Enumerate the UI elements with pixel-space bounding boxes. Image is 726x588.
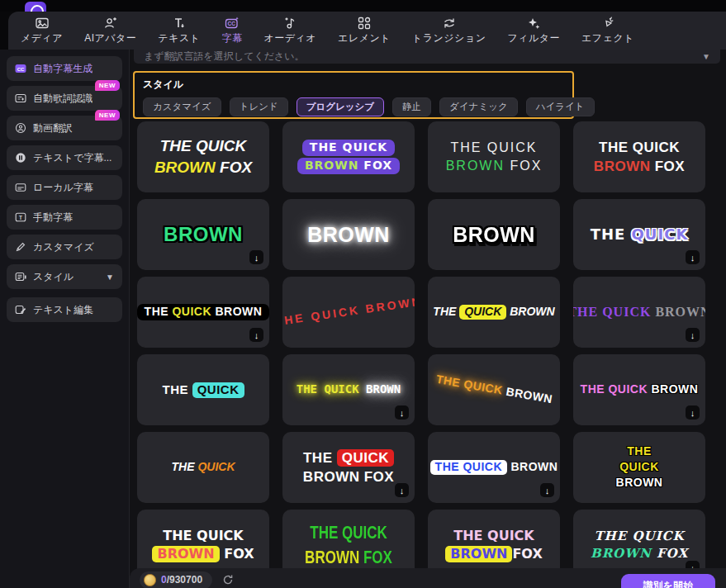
preview-line: THE QUICK [445, 528, 542, 544]
style-card[interactable]: THE QUICK↓ [573, 199, 705, 270]
style-card[interactable]: THEQUICKBROWN [573, 432, 705, 503]
download-badge[interactable]: ↓ [395, 483, 409, 497]
sidebar-item-text-to-subtitle[interactable]: テキストで字幕... [7, 145, 122, 170]
preview-segment: FOX [657, 546, 688, 561]
style-card[interactable]: THE QUICKBROWN FOX [137, 121, 269, 192]
style-chip-trend[interactable]: トレンド [230, 97, 288, 116]
style-preview-text: THEQUICKBROWN [616, 443, 663, 491]
preview-line: THE QUICK BROWN [434, 372, 553, 407]
refresh-icon[interactable] [222, 574, 234, 586]
translate-icon [15, 122, 26, 134]
preview-line: THE QUICK [591, 225, 689, 244]
style-card[interactable]: THE QUICK BROWN↓ [573, 354, 705, 425]
translation-language-select[interactable]: まず翻訳言語を選択してください。 ▼ [134, 50, 720, 64]
start-recognition-button[interactable]: 識別を開始 [621, 574, 715, 588]
manual-icon: T [15, 211, 26, 223]
sidebar-item-text-edit[interactable]: テキスト編集 [7, 297, 122, 322]
chevron-down-icon: ▼ [702, 52, 710, 61]
download-icon: ↓ [254, 253, 259, 263]
sidebar-item-style[interactable]: スタイル▼ [7, 264, 122, 289]
style-card[interactable]: THE QUICK BROWN↓ [428, 432, 560, 503]
style-card[interactable]: THE QUICK [137, 432, 269, 503]
style-preview-text: THE QUICKBROWN FOX [305, 520, 392, 570]
preview-segment: THE QUICK [594, 529, 684, 543]
lyrics-icon [15, 92, 26, 104]
style-card[interactable]: THE QUICKBROWN FOX↓ [282, 432, 415, 503]
style-card[interactable]: THE QUICK BROWN↓ [282, 354, 415, 425]
style-card[interactable]: THE QUICK BROWN↓ [573, 277, 705, 348]
style-card-grid: THE QUICKBROWN FOXTHE QUICKBROWN FOXTHE … [137, 121, 705, 581]
preview-segment: THE [145, 305, 173, 318]
credits-pill[interactable]: 0/930700 [140, 571, 212, 588]
sidebar-item-manual-subtitles[interactable]: T手動字幕 [7, 205, 122, 230]
bottom-bar: 0/930700 識別を開始 [130, 568, 726, 588]
preview-segment: BROWN [152, 546, 219, 562]
sidebar-item-auto-lyrics[interactable]: 自動歌詞認識NEW [7, 86, 122, 111]
preview-line: THE QUICK BROWN [573, 304, 705, 320]
sidebar-item-label: テキストで字幕... [33, 151, 112, 165]
toolbar-tab-effects[interactable]: エフェクト [571, 13, 645, 48]
preview-segment: THE [433, 305, 459, 318]
svg-text:CC: CC [17, 67, 25, 72]
toolbar-tab-ai-avatar[interactable]: AIアバター [74, 13, 147, 48]
preview-segment: FOX [220, 159, 252, 176]
preview-segment: BROWN [507, 460, 558, 473]
style-card[interactable]: THE QUICK BROWN [282, 277, 415, 348]
preview-segment: QUICK [459, 305, 506, 320]
download-badge[interactable]: ↓ [686, 328, 700, 342]
style-card[interactable]: THE QUICK [137, 354, 269, 425]
preview-segment: QUICK [197, 460, 235, 473]
preview-segment: QUICK [192, 382, 244, 398]
sidebar-item-label: テキスト編集 [33, 303, 93, 317]
style-card[interactable]: THE QUICK BROWN [428, 354, 560, 425]
preview-segment: BROWN [446, 159, 510, 173]
style-chip-progressive[interactable]: プログレッシブ [297, 97, 384, 116]
preview-segment: THE [591, 225, 632, 243]
preview-segment: THE QUICK [450, 140, 537, 154]
download-badge[interactable]: ↓ [395, 405, 409, 420]
sidebar-item-auto-subtitles[interactable]: CC自動字幕生成 [7, 56, 122, 81]
sidebar-item-video-translate[interactable]: 動画翻訳NEW [7, 116, 122, 140]
style-chip-highlight[interactable]: ハイライト [526, 97, 595, 116]
style-card[interactable]: THE QUICKBROWN FOX [282, 121, 415, 192]
preview-line: BROWN FOX [303, 468, 394, 486]
toolbar-tab-label: AIアバター [84, 31, 136, 45]
toolbar-tab-audio[interactable]: オーディオ [253, 13, 327, 48]
preview-segment: THE QUICK [297, 382, 366, 396]
style-card[interactable]: THE QUICKBROWN FOX [428, 121, 560, 192]
style-card[interactable]: THE QUICKBROWN FOX [573, 121, 705, 192]
style-card[interactable]: BROWN [282, 199, 415, 270]
style-card[interactable]: THE QUICK BROWN [428, 277, 560, 348]
style-preview-text: THE QUICKBROWN FOX [152, 527, 254, 563]
preview-line: THE QUICK BROWN [581, 382, 699, 397]
toolbar-tab-label: メディア [21, 31, 63, 45]
download-badge[interactable]: ↓ [249, 328, 263, 342]
toolbar-tab-subtitles[interactable]: CC字幕 [211, 13, 253, 48]
style-card[interactable]: BROWN [428, 199, 560, 270]
toolbar-tab-transitions[interactable]: トランジション [401, 13, 496, 48]
toolbar-tab-elements[interactable]: エレメント [327, 13, 401, 48]
preview-line: BROWN FOX [591, 546, 688, 562]
sidebar-item-customize[interactable]: カスタマイズ [7, 235, 122, 259]
preview-segment: THE QUICK [160, 137, 247, 154]
download-badge[interactable]: ↓ [686, 250, 700, 264]
style-card[interactable]: BROWN↓ [137, 199, 269, 270]
style-chip-dynamic[interactable]: ダイナミック [439, 97, 518, 116]
style-chip-static[interactable]: 静止 [392, 97, 431, 116]
toolbar-tab-label: テキスト [158, 31, 200, 45]
download-badge[interactable]: ↓ [540, 483, 554, 497]
style-preview-text: THE QUICKBROWN FOX [446, 139, 543, 175]
toolbar-tab-filters[interactable]: フィルター [496, 13, 571, 48]
preview-line: BROWN FOX [305, 546, 392, 569]
style-chip-customize[interactable]: カスタマイズ [143, 97, 221, 116]
toolbar-tab-media[interactable]: メディア [10, 13, 74, 48]
style-preview-text: THE QUICKBROWN FOX [594, 138, 685, 177]
local-icon [15, 182, 26, 193]
toolbar-tab-text[interactable]: テキスト [147, 13, 211, 48]
sidebar-item-local-subtitles[interactable]: ローカル字幕 [7, 175, 122, 200]
preview-segment: BROWN [505, 385, 553, 406]
download-badge[interactable]: ↓ [686, 405, 700, 420]
download-badge[interactable]: ↓ [249, 250, 263, 264]
style-card[interactable]: THE QUICK BROWN↓ [137, 277, 269, 348]
preview-segment: THE QUICK [430, 460, 508, 475]
